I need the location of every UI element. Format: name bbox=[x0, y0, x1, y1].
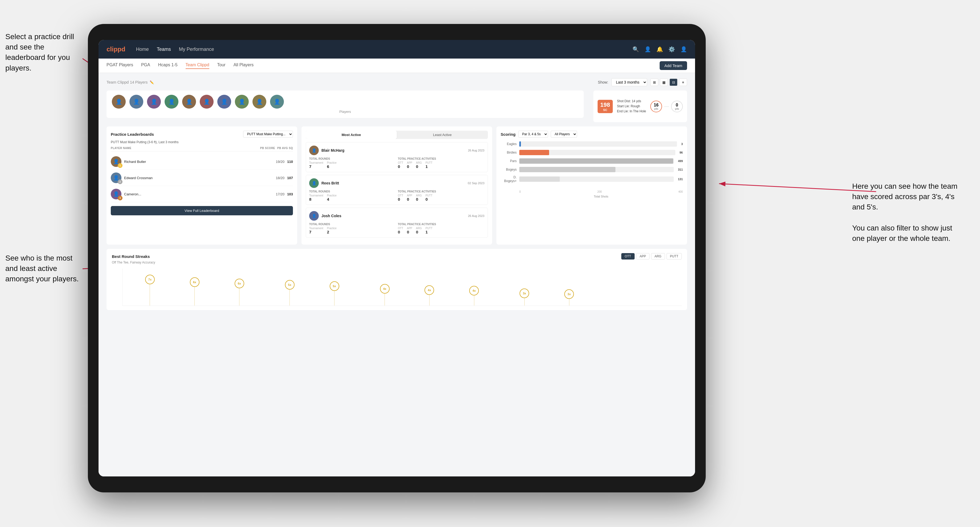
col-score: PB SCORE bbox=[260, 147, 275, 149]
practice-leaderboards-panel: Practice Leaderboards PUTT Must Make Put… bbox=[107, 126, 297, 244]
view-grid-medium[interactable]: ▦ bbox=[660, 78, 668, 86]
player-avatar-9[interactable]: 👤 bbox=[253, 95, 266, 109]
main-content: Team Clippd 14 Players ✏️ Show: Last 3 m… bbox=[99, 73, 695, 476]
player-avatar-8[interactable]: 👤 bbox=[235, 95, 249, 109]
shot-badge: 198 SC bbox=[598, 100, 613, 113]
practice-subtitle: PUTT Must Make Putting (3-6 ft), Last 3 … bbox=[111, 140, 293, 144]
leaderboard-row-3[interactable]: 👤 3 Cameron... 17/20 103 bbox=[111, 186, 293, 202]
streak-chart: 7x6x6x5x5x4x4x4x3x3x bbox=[123, 268, 682, 306]
streak-circle-3: 5x bbox=[285, 280, 294, 290]
edit-icon[interactable]: ✏️ bbox=[150, 80, 154, 84]
sub-nav-pga[interactable]: PGA bbox=[141, 62, 150, 69]
arg-1: ARG 0 bbox=[416, 161, 422, 169]
scoring-par-select[interactable]: Par 3, 4 & 5s bbox=[518, 131, 548, 138]
sub-nav-all-players[interactable]: All Players bbox=[234, 62, 254, 69]
tournament-rounds-3: Tournament 7 bbox=[309, 227, 323, 234]
bar-row-eagles: Eagles 3 bbox=[501, 141, 683, 147]
player-avatar-10[interactable]: 👤 bbox=[270, 95, 284, 109]
ott-1: OTT 0 bbox=[398, 161, 403, 169]
putt-1: PUTT 1 bbox=[426, 161, 433, 169]
annotation-top-left: Select a practice drill and see the lead… bbox=[5, 32, 80, 73]
bar-label-0: Eagles bbox=[501, 142, 517, 146]
streak-dot-2: 6x bbox=[235, 279, 244, 306]
sub-navbar: PGAT Players PGA Hcaps 1-5 Team Clippd T… bbox=[99, 59, 695, 73]
app-3: APP 0 bbox=[407, 227, 412, 234]
nav-link-home[interactable]: Home bbox=[136, 46, 149, 52]
search-icon[interactable]: 🔍 bbox=[632, 46, 639, 52]
arg-2: ARG 0 bbox=[416, 194, 422, 202]
player-avatar-2[interactable]: 👤 bbox=[129, 95, 143, 109]
total-rounds-group-1: Total Rounds Tournament 7 Practice 6 bbox=[309, 157, 396, 169]
player-avatar-3[interactable]: 👤 bbox=[147, 95, 161, 109]
ott-3: OTT 0 bbox=[398, 227, 403, 234]
player-avatar-4[interactable]: 👤 bbox=[165, 95, 178, 109]
most-active-toggle[interactable]: Most Active bbox=[306, 131, 397, 139]
sub-nav-tour[interactable]: Tour bbox=[217, 62, 226, 69]
add-team-button[interactable]: Add Team bbox=[660, 61, 687, 70]
circle-connector: — bbox=[664, 103, 669, 109]
practice-leaderboards-title: Practice Leaderboards bbox=[111, 132, 154, 137]
practice-rounds-2: Practice 4 bbox=[327, 194, 337, 202]
view-grid-large[interactable]: ⊟ bbox=[670, 78, 678, 86]
lb-name-2: Edward Crossman bbox=[124, 176, 273, 180]
leaderboard-row-1[interactable]: 👤 1 Richard Butler 19/20 110 bbox=[111, 154, 293, 170]
scoring-players-select[interactable]: All Players bbox=[551, 131, 577, 138]
shot-circles: 16 yds — 0 yds bbox=[650, 101, 683, 112]
sub-nav-hcaps[interactable]: Hcaps 1-5 bbox=[158, 62, 178, 69]
tablet-screen: clippd Home Teams My Performance 🔍 👤 🔔 ⚙… bbox=[99, 40, 695, 476]
streak-filter-arg[interactable]: ARG bbox=[651, 253, 665, 259]
lb-name-1: Richard Butler bbox=[124, 160, 273, 163]
total-rounds-group-2: Total Rounds Tournament 8 Practice 4 bbox=[309, 190, 396, 202]
player-avatar-7[interactable]: 👤 bbox=[217, 95, 231, 109]
period-select[interactable]: Last 3 months bbox=[611, 78, 647, 86]
tablet-frame: clippd Home Teams My Performance 🔍 👤 🔔 ⚙… bbox=[88, 24, 706, 492]
nav-link-performance[interactable]: My Performance bbox=[179, 46, 214, 52]
bar-label-1: Birdies bbox=[501, 151, 517, 154]
active-stats-3: Total Rounds Tournament 7 Practice 2 bbox=[309, 223, 484, 234]
streaks-subtitle: Off The Tee, Fairway Accuracy bbox=[112, 260, 682, 264]
bar-fill-4 bbox=[519, 176, 560, 182]
bar-fill-3 bbox=[519, 167, 616, 172]
active-card-2: 👤 Rees Britt 02 Sep 2023 Total Rounds To… bbox=[306, 175, 488, 205]
view-grid-small[interactable]: ⊞ bbox=[650, 78, 658, 86]
bar-value-4: 131 bbox=[678, 178, 683, 181]
streak-dot-4: 5x bbox=[330, 281, 339, 306]
player-avatar-1[interactable]: 👤 bbox=[112, 95, 126, 109]
avatar-icon[interactable]: 👤 bbox=[680, 46, 687, 52]
lb-avg-3: 103 bbox=[287, 192, 293, 196]
active-avatar-1: 👤 bbox=[309, 146, 319, 155]
nav-link-teams[interactable]: Teams bbox=[157, 46, 171, 52]
least-active-toggle[interactable]: Least Active bbox=[397, 131, 488, 139]
active-card-header-2: 👤 Rees Britt 02 Sep 2023 bbox=[309, 178, 484, 188]
view-leaderboard-button[interactable]: View Full Leaderboard bbox=[111, 206, 293, 215]
streak-line-0 bbox=[150, 284, 150, 306]
sub-nav-team-clippd[interactable]: Team Clippd bbox=[186, 62, 209, 69]
streak-circle-6: 4x bbox=[425, 285, 434, 295]
streak-circle-5: 4x bbox=[380, 284, 390, 294]
active-card-3: 👤 Josh Coles 26 Aug 2023 Total Rounds To… bbox=[306, 208, 488, 238]
annotation-bottom-left: See who is the most and least active amo… bbox=[5, 253, 80, 284]
player-avatar-5[interactable]: 👤 bbox=[182, 95, 196, 109]
streak-circle-0: 7x bbox=[145, 275, 155, 284]
show-controls: Show: Last 3 months ⊞ ▦ ⊟ ≡ bbox=[598, 78, 687, 86]
streak-circle-1: 6x bbox=[190, 277, 199, 287]
person-icon[interactable]: 👤 bbox=[644, 46, 651, 52]
ott-2: OTT 0 bbox=[398, 194, 403, 202]
sub-nav-pgat[interactable]: PGAT Players bbox=[107, 62, 133, 69]
lb-score-2: 18/20 bbox=[276, 176, 285, 180]
drill-select[interactable]: PUTT Must Make Putting... bbox=[243, 131, 293, 138]
leaderboard-row-2[interactable]: 👤 2 Edward Crossman 18/20 107 bbox=[111, 170, 293, 186]
streak-circle-7: 4x bbox=[469, 286, 479, 295]
lb-badge-3: 3 bbox=[118, 195, 123, 200]
settings-icon[interactable]: ⚙️ bbox=[668, 46, 675, 52]
bar-value-1: 96 bbox=[679, 151, 683, 154]
streak-filter-putt[interactable]: PUTT bbox=[667, 253, 682, 259]
streak-filter-ott[interactable]: OTT bbox=[621, 253, 635, 259]
streak-filter-app[interactable]: APP bbox=[636, 253, 649, 259]
scoring-title: Scoring bbox=[501, 132, 515, 137]
view-list[interactable]: ≡ bbox=[679, 78, 687, 86]
player-avatar-6[interactable]: 👤 bbox=[200, 95, 213, 109]
streak-line-4 bbox=[334, 291, 334, 306]
bell-icon[interactable]: 🔔 bbox=[657, 46, 663, 52]
active-card-header-1: 👤 Blair McHarg 26 Aug 2023 bbox=[309, 146, 484, 155]
